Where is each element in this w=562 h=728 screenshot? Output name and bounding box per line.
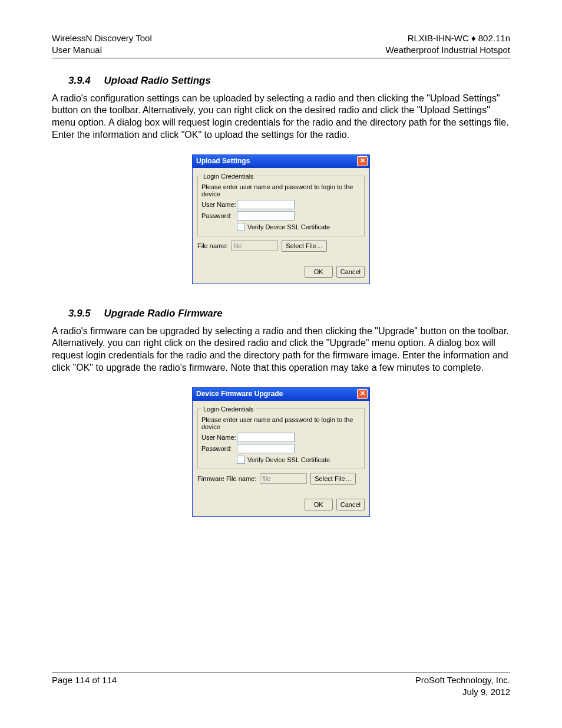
- select-file-button[interactable]: Select File…: [282, 240, 326, 252]
- verify-ssl-label: Verify Device SSL Certificate: [247, 456, 330, 463]
- close-icon[interactable]: ✕: [357, 156, 368, 166]
- username-input[interactable]: [237, 433, 295, 442]
- section-body-upgrade: A radio's firmware can be upgraded by se…: [52, 325, 510, 374]
- login-credentials-group: Login Credentials Please enter user name…: [197, 173, 365, 236]
- password-label: Password:: [201, 445, 237, 452]
- dialog-titlebar: Device Firmware Upgrade ✕: [193, 388, 369, 401]
- login-legend: Login Credentials: [201, 173, 256, 180]
- ok-button[interactable]: OK: [305, 499, 333, 510]
- login-instruction: Please enter user name and password to l…: [201, 416, 361, 430]
- upload-settings-dialog: Upload Settings ✕ Login Credentials Plea…: [192, 154, 370, 284]
- section-number: 3.9.4: [68, 75, 91, 87]
- login-instruction: Please enter user name and password to l…: [201, 183, 361, 197]
- username-label: User Name:: [201, 434, 237, 441]
- password-input[interactable]: [237, 444, 295, 453]
- header-right-line1: RLXIB-IHN-WC ♦ 802.11n: [385, 32, 510, 44]
- login-credentials-group: Login Credentials Please enter user name…: [197, 406, 365, 469]
- verify-ssl-label: Verify Device SSL Certificate: [247, 223, 330, 230]
- file-name-label: File name:: [197, 242, 227, 249]
- header-right-line2: Weatherproof Industrial Hotspot: [385, 44, 510, 56]
- header-left: WirelessN Discovery Tool User Manual: [52, 32, 152, 57]
- ok-button[interactable]: OK: [305, 266, 333, 278]
- firmware-file-input[interactable]: file: [260, 473, 307, 484]
- username-input[interactable]: [237, 200, 295, 209]
- firmware-upgrade-dialog: Device Firmware Upgrade ✕ Login Credenti…: [192, 387, 370, 517]
- page-footer: Page 114 of 114 ProSoft Technology, Inc.…: [52, 673, 510, 699]
- section-number: 3.9.5: [68, 308, 91, 319]
- dialog-titlebar: Upload Settings ✕: [193, 155, 369, 168]
- footer-company: ProSoft Technology, Inc.: [415, 674, 510, 686]
- header-left-line1: WirelessN Discovery Tool: [52, 32, 152, 44]
- section-heading-upgrade: 3.9.5 Upgrade Radio Firmware: [52, 308, 510, 319]
- verify-ssl-checkbox[interactable]: [237, 456, 245, 464]
- username-label: User Name:: [201, 201, 237, 208]
- section-title: Upgrade Radio Firmware: [104, 308, 223, 319]
- footer-right: ProSoft Technology, Inc. July 9, 2012: [415, 674, 510, 699]
- section-heading-upload: 3.9.4 Upload Radio Settings: [52, 75, 510, 87]
- section-title: Upload Radio Settings: [104, 75, 211, 86]
- footer-page: Page 114 of 114: [52, 674, 117, 699]
- verify-ssl-checkbox[interactable]: [237, 223, 245, 231]
- dialog-title: Device Firmware Upgrade: [196, 390, 283, 398]
- password-input[interactable]: [237, 211, 295, 220]
- select-file-button[interactable]: Select File…: [310, 473, 355, 485]
- header-left-line2: User Manual: [52, 44, 152, 56]
- file-name-input[interactable]: file: [231, 241, 278, 251]
- cancel-button[interactable]: Cancel: [336, 499, 365, 510]
- firmware-file-label: Firmware File name:: [197, 475, 256, 482]
- close-icon[interactable]: ✕: [357, 389, 368, 399]
- document-page: WirelessN Discovery Tool User Manual RLX…: [0, 0, 562, 722]
- header-right: RLXIB-IHN-WC ♦ 802.11n Weatherproof Indu…: [385, 32, 510, 57]
- dialog-title: Upload Settings: [196, 157, 250, 165]
- password-label: Password:: [201, 212, 237, 219]
- login-legend: Login Credentials: [201, 406, 256, 413]
- page-header: WirelessN Discovery Tool User Manual RLX…: [52, 32, 510, 58]
- footer-date: July 9, 2012: [415, 686, 510, 698]
- section-body-upload: A radio's configuration settings can be …: [52, 93, 510, 141]
- cancel-button[interactable]: Cancel: [336, 266, 365, 278]
